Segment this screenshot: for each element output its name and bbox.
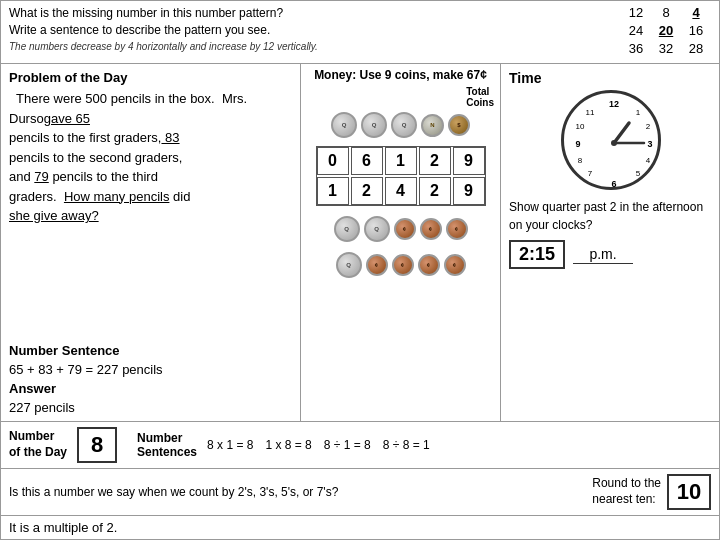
coin-quarter-1: Q: [331, 112, 357, 138]
coin-q-2-2: Q: [364, 216, 390, 242]
sentence2: 1 x 8 = 8: [265, 438, 311, 452]
grid-cell-2-2: 28: [681, 41, 711, 59]
time-value: 2:15: [509, 240, 565, 269]
problem-title: Problem of the Day: [9, 70, 292, 85]
val-0-0: 0: [317, 147, 349, 175]
val-0-3: 2: [419, 147, 451, 175]
problem-text: There were 500 pencils in the box. Mrs. …: [9, 89, 292, 337]
coin-q-3-1: Q: [336, 252, 362, 278]
total-coins-label: TotalCoins: [305, 86, 496, 108]
clock: 12 3 6 9 1 2 4 5 7 8 10 11: [561, 90, 661, 190]
grid-cell-1-1: 20: [651, 23, 681, 41]
clock-svg: 12 3 6 9 1 2 4 5 7 8 10 11: [564, 93, 664, 193]
number-sentence-section: Number Sentence 65 + 83 + 79 = 227 penci…: [9, 343, 292, 377]
grid-cell-0-1: 8: [651, 5, 681, 23]
coin-q-2-1: Q: [334, 216, 360, 242]
bottom-row3: It is a multiple of 2.: [1, 516, 719, 539]
val-1-4: 9: [453, 177, 485, 205]
val-1-3: 2: [419, 177, 451, 205]
middle-row: Problem of the Day There were 500 pencil…: [1, 64, 719, 422]
svg-text:7: 7: [588, 169, 593, 178]
svg-text:2: 2: [646, 122, 651, 131]
number-of-day-box: 8: [77, 427, 117, 463]
question1: What is the missing number in this numbe…: [9, 5, 601, 39]
coins-area: TotalCoins Q Q Q N $ 0 6 1 2 9 1: [305, 86, 496, 282]
svg-line-13: [614, 123, 629, 143]
val-1-2: 4: [385, 177, 417, 205]
time-title: Time: [509, 70, 713, 86]
col-left: Problem of the Day There were 500 pencil…: [1, 64, 301, 421]
number-sentence-label: Number Sentence: [9, 343, 292, 358]
grid-cell-1-2: 16: [681, 23, 711, 41]
number-of-day-label: Number of the Day: [9, 429, 67, 460]
svg-text:11: 11: [586, 108, 595, 117]
is-this-number: Is this a number we say when we count by…: [9, 485, 572, 499]
svg-text:3: 3: [647, 139, 652, 149]
number-sentences-label: NumberSentences: [137, 431, 197, 459]
sentence1: 8 x 1 = 8: [207, 438, 253, 452]
round-answer-box: 10: [667, 474, 711, 510]
grid-cell-2-0: 36: [621, 41, 651, 59]
sub-note: The numbers decrease by 4 horizontally a…: [9, 41, 601, 52]
value-grid: 0 6 1 2 9 1 2 4 2 9: [316, 146, 486, 206]
multiple-text: It is a multiple of 2.: [9, 520, 117, 535]
svg-text:12: 12: [609, 99, 619, 109]
svg-text:5: 5: [636, 169, 641, 178]
val-1-1: 2: [351, 177, 383, 205]
col-right: Time 12 3 6 9 1 2 4 5 7 8 10: [501, 64, 720, 421]
answer-label: Answer: [9, 381, 292, 396]
time-ampm: p.m.: [573, 246, 633, 264]
round-to-section: Round to the nearest ten: 10: [592, 474, 711, 510]
grid-cell-1-0: 24: [621, 23, 651, 41]
svg-text:1: 1: [636, 108, 641, 117]
coin-row-2: Q Q ¢ ¢ ¢: [332, 214, 470, 244]
show-text: Show quarter past 2 in the afternoon on …: [509, 198, 713, 234]
val-0-2: 1: [385, 147, 417, 175]
coin-large-1: $: [448, 114, 470, 136]
coin-quarter-2: Q: [361, 112, 387, 138]
answer-section: Answer 227 pencils: [9, 381, 292, 415]
top-row: What is the missing number in this numbe…: [1, 1, 719, 64]
svg-text:8: 8: [578, 156, 583, 165]
sentence4: 8 ÷ 8 = 1: [383, 438, 430, 452]
val-0-1: 6: [351, 147, 383, 175]
number-grid: 12 8 4 24 20 16 36 32 28: [621, 5, 711, 59]
answer-value: 227 pencils: [9, 400, 292, 415]
val-0-4: 9: [453, 147, 485, 175]
coin-p-2-1: ¢: [394, 218, 416, 240]
clock-container: 12 3 6 9 1 2 4 5 7 8 10 11: [509, 90, 713, 190]
svg-point-14: [611, 140, 617, 146]
time-answer-row: 2:15 p.m.: [509, 240, 713, 269]
money-header: Money: Use 9 coins, make 67¢: [305, 68, 496, 82]
coin-nickel-1: N: [421, 114, 444, 137]
col-middle: Money: Use 9 coins, make 67¢ TotalCoins …: [301, 64, 501, 421]
coin-p-2-3: ¢: [446, 218, 468, 240]
coin-p-3-1: ¢: [366, 254, 388, 276]
grid-cell-2-1: 32: [651, 41, 681, 59]
bottom-row2: Is this a number we say when we count by…: [1, 469, 719, 516]
round-label: Round to the nearest ten:: [592, 476, 661, 507]
sentence3: 8 ÷ 1 = 8: [324, 438, 371, 452]
number-sentences-values: 8 x 1 = 8 1 x 8 = 8 8 ÷ 1 = 8 8 ÷ 8 = 1: [207, 438, 430, 452]
number-sentence-value: 65 + 83 + 79 = 227 pencils: [9, 362, 292, 377]
svg-text:10: 10: [576, 122, 585, 131]
top-left: What is the missing number in this numbe…: [9, 5, 601, 52]
coin-quarter-3: Q: [391, 112, 417, 138]
number-sentences-label-block: NumberSentences: [137, 431, 197, 459]
coin-p-3-4: ¢: [444, 254, 466, 276]
coin-p-3-3: ¢: [418, 254, 440, 276]
svg-text:6: 6: [611, 179, 616, 189]
bottom-row1: Number of the Day 8 NumberSentences 8 x …: [1, 422, 719, 469]
coin-p-2-2: ¢: [420, 218, 442, 240]
coin-row-3: Q ¢ ¢ ¢ ¢: [334, 250, 468, 280]
coin-row-1: Q Q Q N $: [329, 110, 472, 140]
coin-p-3-2: ¢: [392, 254, 414, 276]
grid-cell-0-0: 12: [621, 5, 651, 23]
val-1-0: 1: [317, 177, 349, 205]
main-container: What is the missing number in this numbe…: [0, 0, 720, 540]
svg-text:9: 9: [575, 139, 580, 149]
svg-text:4: 4: [646, 156, 651, 165]
grid-cell-0-2: 4: [681, 5, 711, 23]
